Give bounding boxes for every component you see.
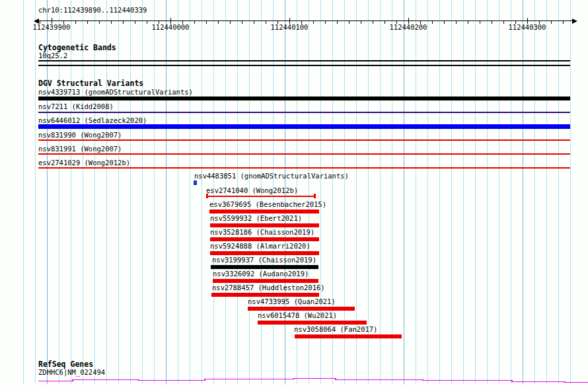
variant-bar[interactable] (210, 237, 319, 241)
variant-label[interactable]: nsv3528186 (Chaisson2019) (210, 229, 314, 236)
variant-bar[interactable] (248, 307, 355, 311)
variant-bar[interactable] (38, 139, 570, 141)
variant-bar[interactable] (38, 97, 570, 100)
variant-label[interactable]: nsv831991 (Wong2007) (38, 145, 122, 153)
variant-bar-endcap (314, 194, 316, 198)
variant-bar[interactable] (258, 321, 367, 325)
cytoband-glyph[interactable] (38, 60, 570, 66)
variant-label[interactable]: nsv7211 (Kidd2008) (38, 103, 114, 110)
variant-label[interactable]: esv2741040 (Wong2012b) (206, 187, 298, 194)
variant-bar[interactable] (295, 334, 402, 338)
grid-line-major (404, 0, 404, 384)
variant-label[interactable]: nsv3058064 (Fan2017) (294, 326, 377, 333)
gene-glyph[interactable] (0, 376, 588, 385)
variant-bar[interactable] (194, 180, 197, 185)
ruler-label: 112440200 (390, 24, 427, 31)
variant-label[interactable]: nsv6015478 (Wu2021) (258, 312, 337, 319)
variant-bar[interactable] (38, 167, 570, 169)
grid-line-major (523, 0, 523, 384)
variant-label[interactable]: esv2741029 (Wong2012b) (38, 159, 130, 167)
gene-label[interactable]: ZDHHC6|NM_022494 (38, 369, 105, 376)
variant-label[interactable]: nsv2788457 (Huddleston2016) (212, 284, 325, 291)
variant-label[interactable]: esv3679695 (Besenbacher2015) (209, 201, 326, 208)
variant-label[interactable]: nsv4339713 (gnomADStructuralVariants) (38, 89, 193, 96)
region-coordinates: chr10:112439890..112440339 (38, 7, 147, 14)
gene-intron-line (38, 379, 588, 383)
ruler-arrow-right-icon (572, 19, 577, 24)
ruler-label: 112440000 (152, 24, 190, 31)
section-title-dgv: DGV Structural Variants (38, 79, 143, 87)
variant-bar[interactable] (210, 223, 319, 227)
variant-bar[interactable] (213, 279, 318, 283)
variant-bar[interactable] (209, 210, 319, 213)
variant-bar[interactable] (38, 124, 570, 129)
variant-label[interactable]: nsv3326092 (Audano2019) (213, 270, 309, 278)
variant-bar-endcap (206, 194, 208, 198)
ruler-label: 112440300 (509, 24, 546, 31)
cytoband-label[interactable]: 10q25.2 (38, 52, 67, 59)
variant-bar[interactable] (210, 251, 319, 255)
variant-label[interactable]: nsv5924888 (Almarri2020) (210, 243, 311, 250)
variant-label[interactable]: nsv6446012 (Sedlazeck2020) (38, 117, 147, 124)
variant-label[interactable]: nsv4733995 (Quan2021) (248, 298, 336, 305)
variant-label[interactable]: nsv5599932 (Ebert2021) (210, 215, 302, 222)
variant-bar[interactable] (211, 293, 319, 297)
ruler-label: 112440100 (271, 24, 309, 31)
variant-bar[interactable] (38, 153, 570, 155)
variant-label[interactable]: nsv831990 (Wong2007) (38, 132, 122, 139)
variant-bar[interactable] (211, 265, 318, 269)
variant-bar[interactable] (38, 112, 570, 113)
section-title-refseq: RefSeq Genes (38, 360, 93, 368)
variant-label[interactable]: nsv4483851 (gnomADStructuralVariants) (194, 173, 349, 180)
section-title-cytobands: Cytogenetic Bands (38, 44, 116, 52)
grid-line-major (166, 0, 166, 384)
genome-browser-panel: chr10:112439890..112440339 112439900 112… (0, 0, 588, 388)
variant-label[interactable]: nsv3199937 (Chaisson2019) (212, 256, 316, 264)
variant-bar[interactable] (206, 196, 316, 197)
ruler-label: 112439900 (33, 24, 71, 31)
